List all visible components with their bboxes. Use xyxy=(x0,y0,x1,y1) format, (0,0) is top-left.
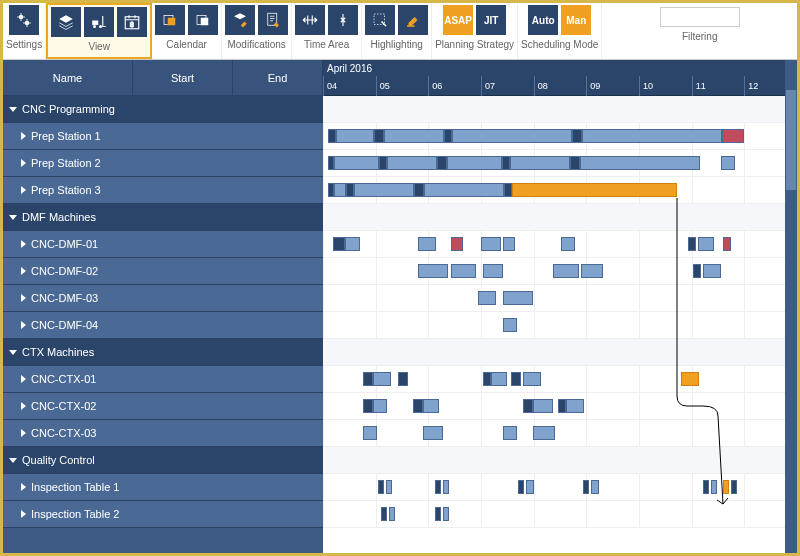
gantt-bar[interactable] xyxy=(581,264,603,278)
gantt-bar[interactable] xyxy=(503,237,515,251)
gantt-bar[interactable] xyxy=(444,129,452,143)
gantt-bar[interactable] xyxy=(553,264,579,278)
grid-item-row[interactable]: Inspection Table 2 xyxy=(3,501,323,528)
gantt-bar[interactable] xyxy=(334,183,346,197)
gantt-bar[interactable] xyxy=(389,507,395,521)
gantt-bar[interactable] xyxy=(502,156,510,170)
gantt-row[interactable] xyxy=(323,123,797,150)
gantt-bar[interactable] xyxy=(558,399,566,413)
gantt-row[interactable] xyxy=(323,96,797,123)
gantt-bar[interactable] xyxy=(518,480,524,494)
gantt-bar[interactable] xyxy=(386,480,392,494)
gantt-bar[interactable] xyxy=(483,264,503,278)
gantt-bar[interactable] xyxy=(570,156,580,170)
gantt-bar[interactable] xyxy=(483,372,491,386)
gantt-bar[interactable] xyxy=(723,480,729,494)
grid-item-row[interactable]: CNC-DMF-04 xyxy=(3,312,323,339)
gantt-bar[interactable] xyxy=(418,264,448,278)
ribbon-btn-jit[interactable]: JIT xyxy=(476,5,506,35)
gantt-bar[interactable] xyxy=(363,399,373,413)
stack-edit-icon[interactable] xyxy=(225,5,255,35)
gantt-bar[interactable] xyxy=(414,183,424,197)
grid-item-row[interactable]: CNC-DMF-01 xyxy=(3,231,323,258)
gantt-row[interactable] xyxy=(323,312,797,339)
layers-icon[interactable] xyxy=(51,7,81,37)
doc-edit-icon[interactable] xyxy=(258,5,288,35)
ribbon-btn-asap[interactable]: ASAP xyxy=(443,5,473,35)
gantt-bar[interactable] xyxy=(381,507,387,521)
grid-item-row[interactable]: CNC-CTX-01 xyxy=(3,366,323,393)
gantt-bar[interactable] xyxy=(533,426,555,440)
gantt-row[interactable] xyxy=(323,150,797,177)
col-start[interactable]: Start xyxy=(133,60,233,95)
gantt-bar[interactable] xyxy=(491,372,507,386)
gantt-bar[interactable] xyxy=(722,129,744,143)
select-icon[interactable] xyxy=(365,5,395,35)
filter-input[interactable] xyxy=(660,7,740,27)
gantt-bar[interactable] xyxy=(721,156,735,170)
gantt-bar[interactable] xyxy=(443,480,449,494)
gantt-bar[interactable] xyxy=(387,156,437,170)
expand-icon[interactable] xyxy=(21,240,26,248)
collapse-icon[interactable] xyxy=(9,458,17,463)
gantt-bar[interactable] xyxy=(354,183,414,197)
gantt-bar[interactable] xyxy=(336,129,374,143)
gantt-bar[interactable] xyxy=(703,264,721,278)
grid-group-row[interactable]: CTX Machines xyxy=(3,339,323,366)
gantt-row[interactable] xyxy=(323,447,797,474)
collapse-icon[interactable] xyxy=(9,215,17,220)
gantt-bar[interactable] xyxy=(424,183,504,197)
grid-item-row[interactable]: CNC-CTX-03 xyxy=(3,420,323,447)
gantt-chart[interactable]: April 2016 040506070809101112 xyxy=(323,60,797,553)
expand-icon[interactable] xyxy=(21,294,26,302)
ribbon-btn-auto[interactable]: Auto xyxy=(528,5,558,35)
collapse-h-icon[interactable] xyxy=(328,5,358,35)
grid-item-row[interactable]: Inspection Table 1 xyxy=(3,474,323,501)
gantt-bar[interactable] xyxy=(533,399,553,413)
grid-group-row[interactable]: DMF Machines xyxy=(3,204,323,231)
gantt-bar[interactable] xyxy=(503,426,517,440)
gantt-bar[interactable] xyxy=(591,480,599,494)
gantt-bar[interactable] xyxy=(526,480,534,494)
gantt-bar[interactable] xyxy=(333,237,345,251)
forklift-icon[interactable] xyxy=(84,7,114,37)
gantt-bar[interactable] xyxy=(566,399,584,413)
gantt-bar[interactable] xyxy=(384,129,444,143)
gantt-row[interactable] xyxy=(323,366,797,393)
gantt-bar[interactable] xyxy=(423,426,443,440)
grid-item-row[interactable]: CNC-DMF-03 xyxy=(3,285,323,312)
gantt-bar[interactable] xyxy=(452,129,572,143)
grid-item-row[interactable]: CNC-DMF-02 xyxy=(3,258,323,285)
expand-icon[interactable] xyxy=(21,321,26,329)
gantt-bar[interactable] xyxy=(688,237,696,251)
gantt-row[interactable] xyxy=(323,177,797,204)
gantt-bar[interactable] xyxy=(418,237,436,251)
collapse-icon[interactable] xyxy=(9,107,17,112)
gantt-bar[interactable] xyxy=(363,426,377,440)
expand-icon[interactable] xyxy=(21,429,26,437)
gantt-bar[interactable] xyxy=(583,480,589,494)
gantt-bar[interactable] xyxy=(511,372,521,386)
gantt-bar[interactable] xyxy=(328,129,336,143)
gantt-bar[interactable] xyxy=(582,129,722,143)
gantt-bar[interactable] xyxy=(698,237,714,251)
gantt-bar[interactable] xyxy=(478,291,496,305)
gantt-bar[interactable] xyxy=(451,237,463,251)
highlight-icon[interactable] xyxy=(398,5,428,35)
gantt-row[interactable] xyxy=(323,258,797,285)
gantt-bar[interactable] xyxy=(451,264,476,278)
expand-icon[interactable] xyxy=(21,132,26,140)
gantt-bar[interactable] xyxy=(503,291,533,305)
grid-item-row[interactable]: Prep Station 1 xyxy=(3,123,323,150)
gantt-bar[interactable] xyxy=(435,507,441,521)
gantt-bar[interactable] xyxy=(346,183,354,197)
gantt-bar[interactable] xyxy=(345,237,360,251)
gantt-bar[interactable] xyxy=(504,183,512,197)
gantt-bar[interactable] xyxy=(423,399,439,413)
expand-h-icon[interactable] xyxy=(295,5,325,35)
expand-icon[interactable] xyxy=(21,402,26,410)
gantt-bar[interactable] xyxy=(435,480,441,494)
expand-icon[interactable] xyxy=(21,510,26,518)
gantt-bar[interactable] xyxy=(379,156,387,170)
gantt-bar[interactable] xyxy=(443,507,449,521)
